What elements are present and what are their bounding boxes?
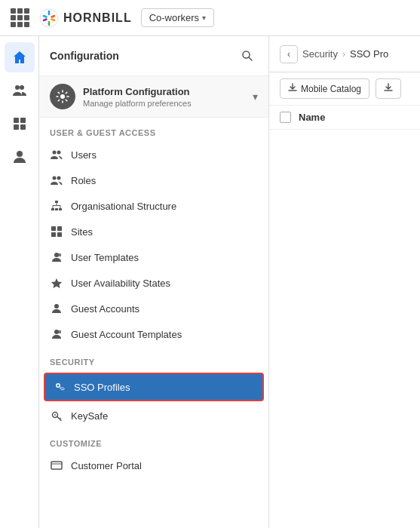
content-panel: ‹ Security › SSO Pro Mobile Catalog [269,36,420,528]
svg-marker-26 [51,278,62,288]
nav-item-customer-portal-label: Customer Portal [71,460,142,471]
logo-icon [39,8,59,28]
config-title: Configuration [50,50,119,62]
nav-item-sso-label: SSO Profiles [74,382,130,393]
security-section-label: Security [39,347,268,371]
users-icon [50,148,63,161]
svg-point-12 [57,151,61,155]
content-toolbar: Mobile Catalog [269,72,420,106]
mobile-catalog-label: Mobile Catalog [301,84,361,94]
chevron-down-icon: ▾ [202,14,206,22]
icon-sidebar [0,36,39,528]
platform-config-title: Platform Configuration [83,86,253,97]
svg-rect-19 [51,226,56,231]
svg-rect-21 [51,232,56,237]
svg-point-14 [57,177,61,180]
nav-item-sso-profiles[interactable]: SSO Profiles [44,373,264,401]
platform-config-subtitle: Manage platform preferences [83,99,253,108]
table-header: Name [269,106,420,130]
svg-point-32 [54,414,56,416]
nav-item-users[interactable]: Users [39,142,268,167]
sites-icon [50,225,63,238]
select-all-checkbox[interactable] [280,112,291,123]
customize-section-label: Customize [39,428,268,453]
svg-point-27 [54,304,59,309]
nav-item-sites-label: Sites [71,226,93,238]
logo-text: HORNBILL [63,11,132,25]
nav-item-user-templates[interactable]: User Templates [39,244,268,270]
nav-item-guest-templates[interactable]: Guest Account Templates [39,321,268,347]
svg-rect-3 [14,118,19,123]
nav-item-sites[interactable]: Sites [39,219,268,244]
user-guest-section-label: User & Guest Access [39,118,268,142]
svg-rect-18 [59,208,62,210]
config-header: Configuration [39,36,268,76]
nav-item-guest-accounts[interactable]: Guest Accounts [39,296,268,321]
nav-item-org-structure[interactable]: Organisational Structure [39,193,268,219]
download-icon [288,83,297,94]
svg-point-11 [53,151,57,155]
svg-rect-16 [51,208,54,210]
breadcrumb-security: Security [302,48,338,60]
svg-point-28 [54,330,59,334]
svg-rect-22 [57,232,62,237]
top-bar: HORNBILL Co-workers ▾ [0,0,420,36]
org-structure-icon [50,199,63,213]
svg-point-13 [53,177,57,180]
back-chevron-icon: ‹ [287,49,290,60]
mobile-catalog-button[interactable]: Mobile Catalog [280,78,369,99]
breadcrumb-current: SSO Pro [350,48,388,60]
customer-portal-icon [50,459,63,472]
nav-item-availability-label: User Availability States [71,278,170,289]
sidebar-icon-services[interactable] [5,109,35,139]
sidebar-icon-users[interactable] [5,75,35,106]
guest-accounts-icon [50,302,63,315]
sidebar-icon-home[interactable] [5,42,35,72]
sidebar-icon-admin[interactable] [5,142,35,172]
apps-menu-icon[interactable] [9,8,30,29]
nav-item-user-templates-label: User Templates [71,252,139,263]
svg-point-1 [15,85,20,90]
nav-section: User & Guest Access Users [39,118,268,528]
user-templates-icon [50,250,63,264]
main-layout: Configuration Platform Configuration Man… [0,36,420,528]
breadcrumb-back-button[interactable]: ‹ [280,45,298,63]
svg-point-7 [17,151,23,157]
nav-item-roles-label: Roles [71,175,96,186]
download-icon-2 [384,83,393,94]
config-panel: Configuration Platform Configuration Man… [39,36,269,528]
svg-rect-4 [20,118,26,123]
download-button[interactable] [376,78,401,99]
svg-rect-17 [55,208,58,210]
sso-icon [53,380,66,394]
nav-item-customer-portal[interactable]: Customer Portal [39,453,268,478]
breadcrumb-bar: ‹ Security › SSO Pro [269,36,420,72]
platform-config-text: Platform Configuration Manage platform p… [83,86,253,108]
platform-config-item[interactable]: Platform Configuration Manage platform p… [39,76,268,118]
nav-item-keysafe[interactable]: KeySafe [39,403,268,428]
svg-line-9 [249,57,252,60]
chevron-down-icon: ▾ [253,91,258,103]
nav-item-roles[interactable]: Roles [39,167,268,193]
nav-item-guest-templates-label: Guest Account Templates [71,329,182,340]
name-column-header: Name [299,112,325,123]
search-button[interactable] [237,45,258,66]
platform-config-icon [50,84,75,109]
roles-icon [50,173,63,187]
svg-rect-15 [55,201,58,203]
svg-point-10 [60,94,65,99]
nav-item-availability[interactable]: User Availability States [39,270,268,296]
breadcrumb-separator: › [342,49,345,60]
coworkers-button[interactable]: Co-workers ▾ [141,8,214,27]
svg-rect-6 [20,124,26,130]
svg-point-2 [20,85,24,90]
logo: HORNBILL [39,8,132,28]
guest-templates-icon [50,327,63,341]
svg-rect-20 [57,226,62,231]
availability-icon [50,276,63,290]
nav-item-keysafe-label: KeySafe [71,410,108,422]
nav-item-org-label: Organisational Structure [71,201,176,212]
svg-rect-33 [51,462,62,469]
nav-item-guest-accounts-label: Guest Accounts [71,303,139,315]
svg-rect-5 [14,124,19,130]
